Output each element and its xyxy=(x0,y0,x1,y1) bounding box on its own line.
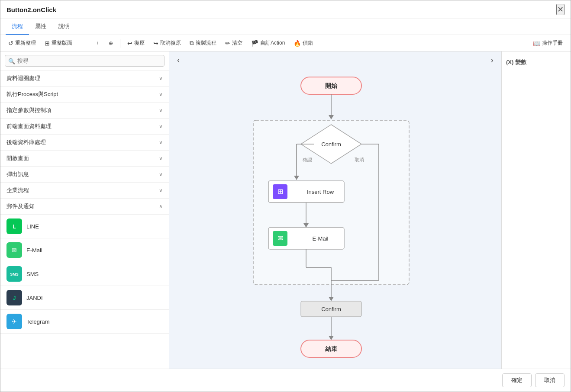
left-panel: 🔍 資料迴圈處理 ∨ 執行Process與Script ∨ 指定參數與控制項 ∨ xyxy=(0,51,169,369)
tab-properties[interactable]: 屬性 xyxy=(29,19,52,35)
chevron-down-icon: ∨ xyxy=(159,75,163,81)
copy-flow-button[interactable]: ⧉ 複製流程 xyxy=(186,38,220,48)
right-panel: (X) 變數 xyxy=(501,51,571,369)
category-item-open-screen[interactable]: 開啟畫面 ∨ xyxy=(0,151,169,167)
fit-button[interactable]: ⊕ xyxy=(105,39,116,48)
category-item-process[interactable]: 執行Process與Script ∨ xyxy=(0,87,169,103)
reformat-icon: ⊞ xyxy=(45,40,50,47)
category-list: 資料迴圈處理 ∨ 執行Process與Script ∨ 指定參數與控制項 ∨ 前… xyxy=(0,71,169,369)
svg-text:✉: ✉ xyxy=(277,235,283,242)
svg-text:Confirm: Confirm xyxy=(321,141,341,148)
sub-item-email[interactable]: ✉ E-Mail xyxy=(0,238,169,262)
tab-description[interactable]: 說明 xyxy=(52,19,76,35)
chevron-down-icon: ∨ xyxy=(159,107,163,113)
svg-text:SMS: SMS xyxy=(10,272,19,276)
category-item-params[interactable]: 指定參數與控制項 ∨ xyxy=(0,103,169,119)
chevron-down-icon: ∨ xyxy=(159,187,163,193)
main-window: Button2.onClick ✕ 流程 屬性 說明 ↺ 重新整理 ⊞ 重整版面… xyxy=(0,0,571,392)
sms-icon: SMS xyxy=(6,266,22,282)
chevron-down-icon: ∨ xyxy=(159,155,163,161)
svg-text:開始: 開始 xyxy=(325,82,338,89)
search-icon: 🔍 xyxy=(8,58,15,64)
reorganize-icon: ↺ xyxy=(8,40,13,47)
clear-button[interactable]: ✏ 清空 xyxy=(222,38,246,48)
line-icon: L xyxy=(6,218,22,234)
chevron-down-icon: ∨ xyxy=(159,171,163,177)
tab-flow[interactable]: 流程 xyxy=(6,19,29,35)
zoom-in-button[interactable]: ＋ xyxy=(91,38,103,48)
zoom-out-button[interactable]: － xyxy=(77,38,90,48)
svg-text:L: L xyxy=(13,224,16,230)
category-item-popup[interactable]: 彈出訊息 ∨ xyxy=(0,167,169,183)
copy-flow-icon: ⧉ xyxy=(190,39,194,47)
tab-bar: 流程 屬性 說明 xyxy=(0,19,571,35)
restore-icon: ↩ xyxy=(127,40,132,47)
main-layout: 🔍 資料迴圈處理 ∨ 執行Process與Script ∨ 指定參數與控制項 ∨ xyxy=(0,51,571,369)
email-icon: ✉ xyxy=(6,242,22,258)
window-title: Button2.onClick xyxy=(6,6,56,13)
cancel-restore-icon: ↪ xyxy=(153,40,158,47)
svg-text:E-Mail: E-Mail xyxy=(312,235,328,242)
svg-text:J: J xyxy=(13,295,16,301)
canvas-next-button[interactable]: › xyxy=(487,54,497,66)
chevron-down-icon: ∨ xyxy=(159,139,163,145)
toolbar: ↺ 重新整理 ⊞ 重整版面 － ＋ ⊕ ↩ 復原 ↪ 取消復原 ⧉ 複製流程 xyxy=(0,35,571,51)
svg-text:Confirm: Confirm xyxy=(321,306,341,312)
svg-text:✈: ✈ xyxy=(12,318,17,325)
svg-text:⊞: ⊞ xyxy=(277,188,283,195)
flowchart-canvas[interactable]: 開始 Confirm 確認 取消 xyxy=(169,68,501,369)
chevron-down-icon: ∨ xyxy=(159,123,163,129)
svg-text:✉: ✉ xyxy=(12,247,17,254)
chevron-down-icon: ∨ xyxy=(159,91,163,97)
search-input[interactable] xyxy=(5,55,165,67)
flowchart-svg: 開始 Confirm 確認 取消 xyxy=(206,68,465,369)
cancel-restore-button[interactable]: ↪ 取消復原 xyxy=(150,38,184,48)
manual-icon: 📖 xyxy=(533,40,540,47)
svg-text:結束: 結束 xyxy=(325,345,338,352)
reformat-button[interactable]: ⊞ 重整版面 xyxy=(41,38,76,48)
category-item-frontend[interactable]: 前端畫面資料處理 ∨ xyxy=(0,119,169,135)
svg-text:取消: 取消 xyxy=(355,157,364,162)
search-wrap: 🔍 xyxy=(5,55,165,67)
custom-action-icon: 🏴 xyxy=(251,40,258,47)
svg-marker-13 xyxy=(329,115,334,119)
restore-button[interactable]: ↩ 復原 xyxy=(124,38,148,48)
variables-title: (X) 變數 xyxy=(506,56,566,69)
search-bar: 🔍 xyxy=(0,51,169,71)
reorganize-button[interactable]: ↺ 重新整理 xyxy=(5,38,39,48)
category-item-loop[interactable]: 資料迴圈處理 ∨ xyxy=(0,71,169,87)
svg-marker-39 xyxy=(329,297,334,301)
clear-icon: ✏ xyxy=(225,40,230,47)
sub-item-telegram[interactable]: ✈ Telegram xyxy=(0,310,169,334)
confirm-button[interactable]: 確定 xyxy=(502,373,532,387)
svg-marker-43 xyxy=(329,336,334,340)
canvas-area: ‹ › 開始 Confirm 確認 xyxy=(169,51,501,369)
category-item-backend[interactable]: 後端資料庫處理 ∨ xyxy=(0,135,169,151)
toolbar-sep-1 xyxy=(120,39,120,48)
manual-button[interactable]: 📖 操作手冊 xyxy=(529,38,566,48)
sub-item-jandi[interactable]: J JANDI xyxy=(0,286,169,310)
telegram-icon: ✈ xyxy=(6,314,22,329)
custom-action-button[interactable]: 🏴 自訂Action xyxy=(248,38,288,48)
svg-text:確認: 確認 xyxy=(302,157,312,162)
close-button[interactable]: ✕ xyxy=(556,4,565,15)
sub-item-line[interactable]: L LINE xyxy=(0,215,169,238)
category-item-mail[interactable]: 郵件及通知 ∧ xyxy=(0,199,169,215)
sub-item-sms[interactable]: SMS SMS xyxy=(0,262,169,286)
debug-icon: 🔥 xyxy=(294,40,301,47)
debug-button[interactable]: 🔥 偵錯 xyxy=(290,38,316,48)
chevron-up-icon: ∧ xyxy=(159,203,163,209)
title-bar: Button2.onClick ✕ xyxy=(0,0,571,19)
bottom-bar: 確定 取消 xyxy=(0,369,571,392)
category-item-enterprise[interactable]: 企業流程 ∨ xyxy=(0,183,169,199)
svg-text:Insert Row: Insert Row xyxy=(306,189,334,195)
cancel-button[interactable]: 取消 xyxy=(535,373,565,387)
jandi-icon: J xyxy=(6,290,22,305)
canvas-prev-button[interactable]: ‹ xyxy=(174,54,184,66)
